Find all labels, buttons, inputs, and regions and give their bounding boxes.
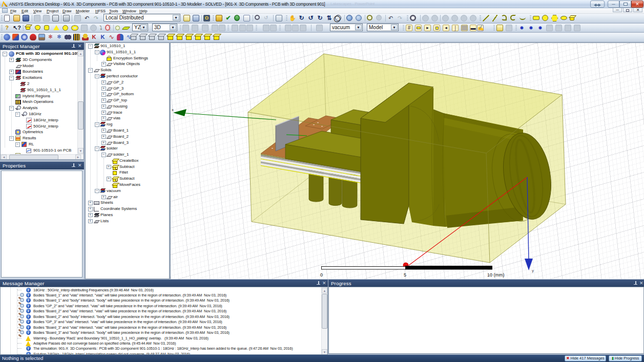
svg-text:0: 0 — [320, 272, 323, 278]
svg-text:y: y — [532, 268, 534, 273]
svg-text:x: x — [172, 108, 174, 112]
svg-text:5: 5 — [404, 272, 406, 278]
svg-text:10 (mm): 10 (mm) — [487, 272, 505, 278]
